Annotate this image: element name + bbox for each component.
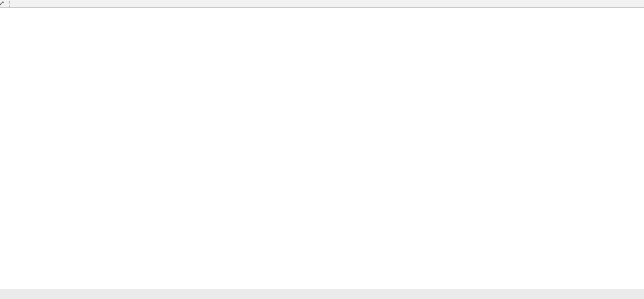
chart-tabbar [0, 289, 644, 299]
drawing-tool-icon[interactable] [0, 1, 4, 7]
chart-title [3, 9, 13, 15]
chart-tabs [0, 289, 2, 299]
toolbar [0, 0, 644, 8]
toolbar-grip-handle[interactable] [7, 1, 10, 7]
chart-canvas[interactable] [0, 0, 644, 299]
mt4-terminal-window [0, 0, 644, 299]
tab-scroll-controls [630, 289, 644, 299]
